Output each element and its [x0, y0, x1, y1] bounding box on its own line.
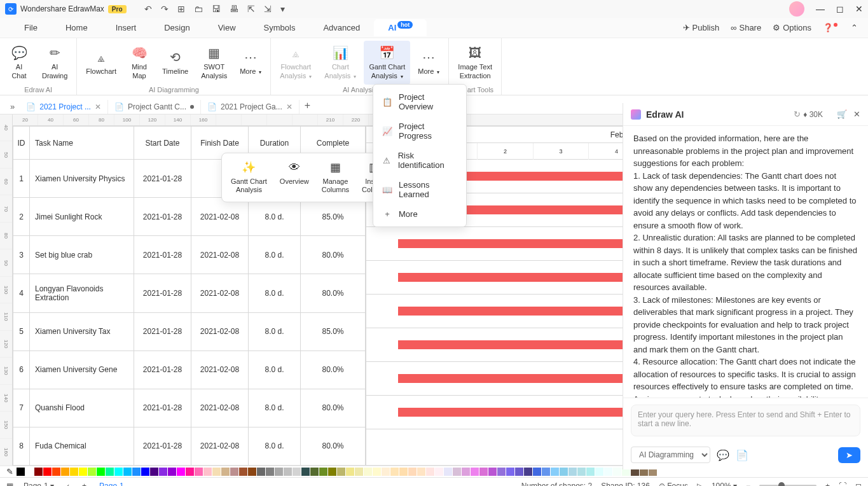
color-swatch[interactable]	[515, 468, 523, 476]
color-swatch[interactable]	[132, 468, 141, 476]
float-manage-columns[interactable]: ▦ManageColumns	[315, 158, 355, 197]
color-swatch[interactable]	[195, 468, 203, 476]
ribbon-more[interactable]: ⋯More ▾	[235, 41, 266, 85]
color-swatch[interactable]	[453, 468, 461, 476]
zoom-out-icon[interactable]: −	[746, 482, 750, 487]
undo-icon[interactable]: ↶	[144, 4, 152, 14]
color-swatch[interactable]	[426, 468, 434, 476]
menu-ai[interactable]: AIhot	[374, 19, 427, 36]
color-swatch[interactable]	[203, 468, 212, 476]
menu-insert[interactable]: Insert	[102, 19, 151, 36]
qat-more-icon[interactable]: ▾	[280, 4, 285, 14]
options-button[interactable]: ⚙ Options	[773, 23, 811, 32]
table-row[interactable]: 2Jimei Sunlight Rock2021-01-282021-02-08…	[13, 198, 366, 236]
focus-button[interactable]: ⊙ Focus	[659, 482, 688, 487]
ai-mode-select[interactable]: AI Diagramming	[631, 447, 710, 463]
color-swatch[interactable]	[399, 468, 408, 476]
color-swatch[interactable]	[560, 468, 568, 476]
color-swatch[interactable]	[577, 468, 586, 476]
color-swatch[interactable]	[328, 468, 336, 476]
menu-view[interactable]: View	[204, 19, 250, 36]
color-swatch[interactable]	[43, 468, 52, 476]
pages-icon[interactable]: ▦	[6, 482, 13, 487]
color-swatch[interactable]	[417, 468, 425, 476]
doc-tab[interactable]: 📄Project Gantt C...	[108, 100, 201, 114]
new-icon[interactable]: ⊞	[177, 4, 185, 14]
import-icon[interactable]: ⇲	[264, 4, 272, 14]
fullscreen-icon[interactable]: ◻	[855, 482, 862, 487]
color-swatch[interactable]	[52, 468, 60, 476]
header-task[interactable]: Task Name	[30, 127, 134, 160]
color-swatch[interactable]	[275, 468, 283, 476]
menu-advanced[interactable]: Advanced	[309, 19, 374, 36]
color-swatch[interactable]	[79, 468, 87, 476]
color-swatch[interactable]	[123, 468, 132, 476]
color-swatch[interactable]	[497, 468, 506, 476]
color-swatch[interactable]	[150, 468, 158, 476]
color-swatch[interactable]	[533, 468, 541, 476]
menu-design[interactable]: Design	[150, 19, 203, 36]
minimize-icon[interactable]: —	[816, 4, 825, 14]
color-swatch[interactable]	[390, 468, 399, 476]
ai-chat-icon[interactable]: 💬	[717, 449, 729, 461]
ai-doc-icon[interactable]: 📄	[736, 449, 748, 461]
user-avatar[interactable]	[789, 1, 804, 17]
ribbon-ai-drawing[interactable]: ✏AIDrawing	[37, 41, 72, 85]
ai-cart-icon[interactable]: 🛒	[837, 109, 847, 119]
float-overview[interactable]: 👁Overview	[273, 158, 315, 197]
menu-symbols[interactable]: Symbols	[250, 19, 310, 36]
color-swatch[interactable]	[301, 468, 310, 476]
play-icon[interactable]: ▷	[697, 482, 703, 487]
ribbon-more[interactable]: ⋯More ▾	[413, 41, 444, 85]
share-button[interactable]: ∞ Share	[731, 23, 761, 32]
tabs-expand-icon[interactable]: »	[5, 99, 20, 114]
save-icon[interactable]: 🖫	[212, 4, 221, 14]
ai-close-icon[interactable]: ✕	[853, 109, 860, 119]
color-swatch[interactable]	[435, 468, 443, 476]
header-start[interactable]: Start Date	[134, 127, 191, 160]
table-row[interactable]: 4Longyan Flavonoids Extraction2021-01-28…	[13, 274, 366, 312]
ribbon-image text-extraction[interactable]: 🖼Image TextExtraction	[453, 41, 497, 85]
color-swatch[interactable]	[568, 468, 577, 476]
doc-tab[interactable]: 📄2021 Project Ga...✕	[201, 100, 300, 114]
color-swatch[interactable]	[488, 468, 497, 476]
open-icon[interactable]: 🗀	[194, 4, 203, 14]
color-swatch[interactable]	[70, 468, 78, 476]
table-row[interactable]: 6Xiamen University Gene2021-01-282021-02…	[13, 351, 366, 389]
prev-page-icon[interactable]: ‹	[63, 480, 73, 487]
ribbon-swot-analysis[interactable]: ▦SWOTAnalysis	[196, 41, 232, 85]
collapse-ribbon-icon[interactable]: ⌃	[851, 23, 858, 32]
print-icon[interactable]: 🖶	[230, 4, 238, 14]
color-swatch[interactable]	[106, 468, 114, 476]
menu-file[interactable]: File	[10, 19, 52, 36]
color-swatch[interactable]	[114, 468, 123, 476]
color-swatch[interactable]	[293, 468, 301, 476]
color-swatch[interactable]	[310, 468, 319, 476]
add-tab-icon[interactable]: +	[300, 97, 315, 114]
color-swatch[interactable]	[444, 468, 452, 476]
color-swatch[interactable]	[462, 468, 470, 476]
eyedropper-icon[interactable]: ✎	[6, 467, 13, 476]
zoom-value[interactable]: 100% ▾	[712, 482, 737, 487]
color-swatch[interactable]	[408, 468, 417, 476]
color-swatch[interactable]	[141, 468, 149, 476]
color-swatch[interactable]	[34, 468, 43, 476]
color-swatch[interactable]	[61, 468, 69, 476]
color-swatch[interactable]	[506, 468, 514, 476]
color-swatch[interactable]	[355, 468, 363, 476]
color-swatch[interactable]	[542, 468, 550, 476]
maximize-icon[interactable]: ◻	[836, 4, 844, 14]
dropdown-project-overview[interactable]: 📋Project Overview	[373, 87, 466, 116]
notifications-icon[interactable]: ❓	[823, 23, 839, 32]
ribbon-gantt chart-analysis[interactable]: 📅Gantt ChartAnalysis ▾	[364, 41, 410, 85]
ribbon-timeline[interactable]: ⟲Timeline	[157, 41, 193, 85]
menu-home[interactable]: Home	[52, 19, 102, 36]
color-swatch[interactable]	[159, 468, 167, 476]
page-dropdown[interactable]: Page-1 ▾	[20, 480, 58, 487]
color-swatch[interactable]	[524, 468, 532, 476]
color-swatch[interactable]	[373, 468, 381, 476]
color-swatch[interactable]	[248, 468, 256, 476]
color-swatch[interactable]	[613, 468, 621, 476]
color-swatch[interactable]	[177, 468, 185, 476]
color-swatch[interactable]	[266, 468, 274, 476]
